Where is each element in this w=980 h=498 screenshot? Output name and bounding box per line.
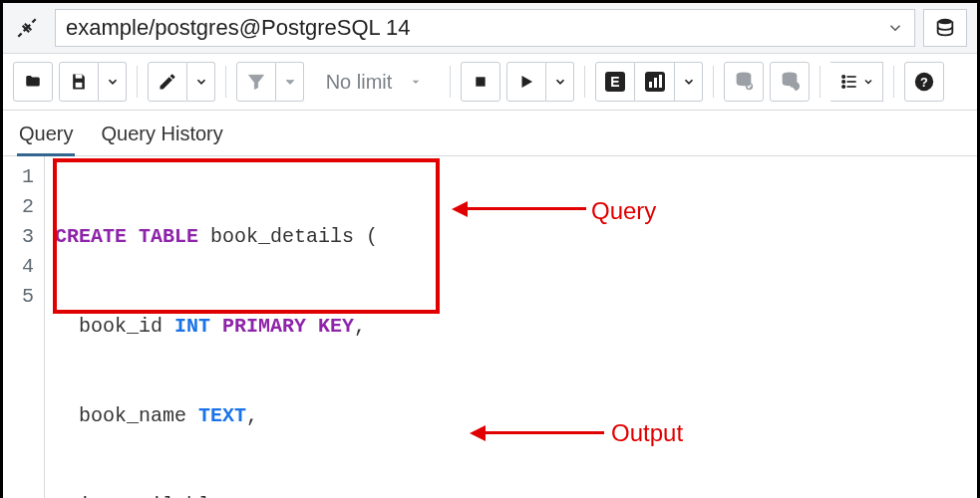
- save-file-button[interactable]: [59, 62, 99, 102]
- rollback-button[interactable]: [770, 62, 810, 102]
- connection-label: example/postgres@PostgreSQL 14: [66, 15, 411, 41]
- open-file-button[interactable]: [13, 62, 53, 102]
- svg-rect-3: [476, 77, 485, 86]
- commit-button[interactable]: [724, 62, 764, 102]
- edit-dropdown[interactable]: [187, 62, 215, 102]
- save-dropdown[interactable]: [99, 62, 127, 102]
- explain-button[interactable]: E: [595, 62, 635, 102]
- svg-rect-7: [649, 82, 652, 88]
- svg-point-0: [938, 19, 953, 25]
- stop-button[interactable]: [461, 62, 500, 102]
- server-db-button[interactable]: [923, 9, 967, 47]
- svg-rect-8: [654, 78, 657, 88]
- analyze-button[interactable]: [635, 62, 675, 102]
- chevron-down-icon: [886, 19, 904, 37]
- help-button[interactable]: ?: [904, 62, 944, 102]
- run-dropdown[interactable]: [546, 62, 574, 102]
- explain-dropdown[interactable]: [675, 62, 703, 102]
- svg-rect-9: [659, 75, 662, 88]
- macros-button[interactable]: [830, 62, 883, 102]
- plug-icon[interactable]: [7, 11, 47, 45]
- svg-point-15: [842, 81, 845, 84]
- limit-dropdown[interactable]: No limit: [310, 62, 440, 102]
- edit-button[interactable]: [148, 62, 187, 102]
- annotation-output-label: Output: [611, 419, 683, 447]
- annotation-query-label: Query: [591, 197, 656, 225]
- svg-text:?: ?: [920, 75, 928, 90]
- tab-query[interactable]: Query: [17, 115, 75, 155]
- svg-point-17: [842, 86, 845, 89]
- tab-query-history[interactable]: Query History: [99, 115, 224, 155]
- svg-text:E: E: [610, 74, 619, 90]
- line-gutter: 1 2 3 4 5: [3, 156, 45, 498]
- filter-dropdown[interactable]: [276, 62, 304, 102]
- svg-rect-1: [76, 75, 83, 79]
- run-button[interactable]: [506, 62, 546, 102]
- svg-point-13: [842, 76, 845, 79]
- svg-rect-2: [76, 83, 83, 88]
- limit-label: No limit: [326, 71, 393, 94]
- filter-button[interactable]: [236, 62, 276, 102]
- connection-selector[interactable]: example/postgres@PostgreSQL 14: [55, 9, 915, 47]
